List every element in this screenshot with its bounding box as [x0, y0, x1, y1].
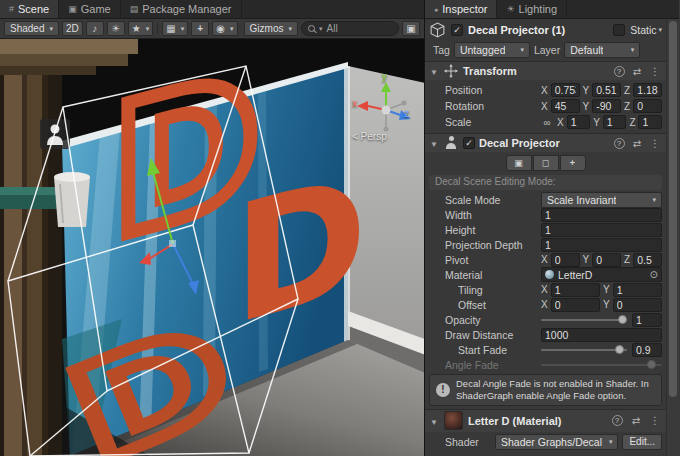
pivot-x-field[interactable] — [551, 253, 580, 267]
maximize-button[interactable] — [402, 21, 420, 36]
decal-projector-header[interactable]: Decal Projector — [425, 134, 666, 152]
inspector-tabbar: Inspector Lighting — [425, 0, 679, 19]
static-checkbox[interactable] — [613, 24, 625, 36]
scale-mode-dropdown[interactable]: Scale Invariant — [541, 192, 662, 208]
tab-game[interactable]: Game — [59, 0, 120, 18]
pivot-z-field[interactable] — [633, 253, 662, 267]
helpbox-text: Decal Angle Fade is not enabled in Shade… — [456, 378, 655, 402]
shader-dropdown[interactable]: Shader Graphs/Decal — [495, 434, 618, 450]
rotation-z-field[interactable] — [633, 99, 662, 113]
component-enabled-checkbox[interactable] — [463, 137, 475, 149]
position-y-field[interactable] — [592, 83, 621, 97]
tab-package-manager[interactable]: Package Manager — [121, 0, 242, 18]
object-picker-icon[interactable] — [650, 270, 658, 280]
offset-x-field[interactable] — [551, 298, 600, 312]
draw-mode-dropdown[interactable]: Shaded — [4, 21, 59, 36]
foldout-arrow-icon[interactable] — [429, 137, 439, 149]
offset-label: Offset — [445, 299, 537, 311]
material-object-field[interactable]: LetterD — [541, 267, 662, 282]
help-icon[interactable] — [612, 415, 623, 426]
width-field[interactable] — [541, 208, 662, 222]
snap-tool-button[interactable] — [191, 21, 209, 36]
tag-dropdown[interactable]: Untagged — [454, 42, 530, 58]
opacity-slider[interactable] — [541, 319, 627, 321]
kebab-menu-icon[interactable] — [648, 66, 662, 77]
position-row: Position X Y Z — [425, 82, 666, 98]
tiling-y-field[interactable] — [613, 283, 662, 297]
scale-z-field[interactable] — [638, 115, 662, 129]
scale-x-field[interactable] — [567, 115, 591, 129]
start-fade-slider-handle[interactable] — [615, 345, 624, 354]
opacity-field[interactable] — [632, 313, 662, 327]
effects-icon — [132, 24, 141, 34]
scene-search-input[interactable]: ▾ All — [301, 21, 399, 36]
tab-lighting[interactable]: Lighting — [497, 0, 567, 18]
tab-scene[interactable]: Scene — [0, 0, 59, 18]
grid-dropdown[interactable] — [162, 21, 188, 36]
gizmos-dropdown[interactable]: Gizmos — [244, 21, 298, 36]
active-checkbox[interactable] — [451, 24, 463, 36]
gizmo-x-label[interactable]: x — [352, 99, 357, 109]
layer-dropdown[interactable]: Default — [564, 42, 640, 58]
audio-toggle-button[interactable] — [86, 21, 104, 36]
gizmo-z-label[interactable]: z — [404, 109, 409, 119]
draw-distance-field[interactable] — [541, 328, 662, 342]
scale-mode-value: Scale Invariant — [547, 194, 616, 206]
static-dropdown[interactable]: Static — [630, 24, 662, 36]
inspector-tab-icon — [434, 5, 438, 14]
presets-icon[interactable] — [630, 66, 644, 77]
inspector-scrollbar[interactable] — [666, 19, 679, 456]
material-title: Letter D (Material) — [468, 415, 605, 427]
effects-dropdown[interactable] — [128, 21, 153, 36]
start-fade-slider[interactable] — [541, 349, 627, 351]
lighting-tab-label: Lighting — [519, 3, 558, 15]
position-x-field[interactable] — [551, 83, 580, 97]
position-label: Position — [445, 84, 537, 96]
axis-y-label: Y — [603, 299, 610, 310]
shader-edit-button[interactable]: Edit... — [622, 434, 662, 450]
lighting-toggle-button[interactable] — [107, 21, 125, 36]
help-icon[interactable] — [614, 66, 625, 77]
projection-depth-field[interactable] — [541, 238, 662, 252]
material-header[interactable]: Letter D (Material) — [425, 410, 666, 432]
rotation-y-field[interactable] — [592, 99, 621, 113]
foldout-arrow-icon[interactable] — [429, 65, 439, 77]
pivot-edit-mode-button[interactable] — [560, 155, 586, 171]
height-field[interactable] — [541, 223, 662, 237]
presets-icon[interactable] — [630, 138, 644, 149]
gizmo-y-label[interactable]: y — [382, 72, 387, 82]
scale-row: Scale X Y Z — [425, 114, 666, 130]
tiling-x-field[interactable] — [551, 283, 600, 297]
tab-inspector[interactable]: Inspector — [425, 0, 497, 18]
kebab-menu-icon[interactable] — [648, 415, 662, 426]
presets-icon[interactable] — [629, 415, 643, 426]
2d-toggle-label: 2D — [66, 24, 79, 34]
camera-dropdown[interactable] — [212, 21, 237, 36]
position-z-field[interactable] — [633, 83, 662, 97]
scrollbar-thumb[interactable] — [669, 21, 677, 397]
scale-y-field[interactable] — [603, 115, 627, 129]
rotation-x-field[interactable] — [551, 99, 580, 113]
perspective-label[interactable]: < Persp — [352, 132, 387, 142]
material-section: Letter D (Material) Shader Shader Graphs… — [425, 409, 666, 452]
opacity-slider-handle[interactable] — [618, 315, 627, 324]
offset-y-field[interactable] — [613, 298, 662, 312]
tag-layer-row: Tag Untagged Layer Default — [425, 41, 666, 61]
help-icon[interactable] — [614, 138, 625, 149]
gameobject-icon — [429, 22, 446, 39]
pivot-y-field[interactable] — [592, 253, 621, 267]
foldout-arrow-icon[interactable] — [429, 415, 439, 427]
scale-edit-mode-button[interactable] — [506, 155, 532, 171]
projection-depth-label: Projection Depth — [445, 239, 537, 251]
2d-toggle-button[interactable]: 2D — [62, 21, 83, 36]
scene-viewport[interactable]: D D D — [0, 39, 424, 456]
pivot-row: Pivot X Y Z — [425, 252, 666, 267]
scene-tab-icon — [9, 5, 14, 14]
crop-edit-mode-button[interactable] — [533, 155, 559, 171]
start-fade-field[interactable] — [632, 343, 662, 357]
kebab-menu-icon[interactable] — [648, 138, 662, 149]
scale-link-icon[interactable] — [541, 117, 553, 128]
svg-text:D: D — [233, 137, 367, 362]
axis-x-label: X — [557, 117, 564, 128]
transform-header[interactable]: Transform — [425, 62, 666, 80]
